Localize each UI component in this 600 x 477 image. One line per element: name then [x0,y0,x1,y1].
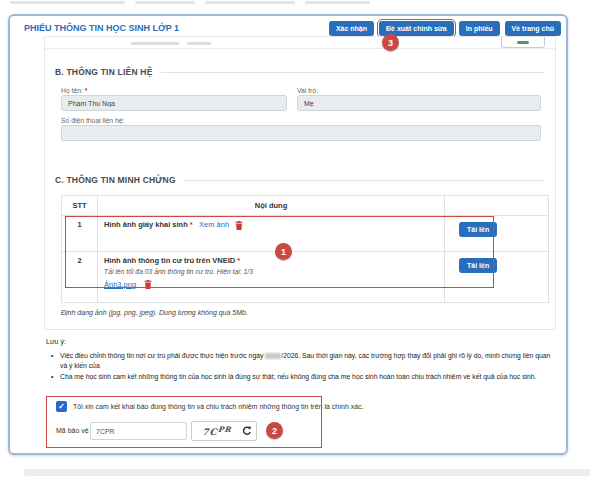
section-a-cutoff-row [45,37,555,49]
section-b-title: B. THÔNG TIN LIÊN HỆ [55,67,153,77]
row2-action-cell: Tải lên [445,252,548,302]
required-asterisk: * [237,256,240,265]
col-header-noidung: Nội dung [98,196,445,215]
cutoff-text [187,42,211,45]
row1-content: Hình ảnh giấy khai sinh * Xem ảnh [98,216,445,251]
phone-field[interactable] [61,125,541,141]
window-header: PHIẾU THÔNG TIN HỌC SINH LỚP 1 Xác nhận … [10,16,566,38]
commitment-label: Tôi xin cam kết khai báo đúng thông tin … [73,403,373,410]
role-field[interactable] [297,95,541,111]
required-asterisk: * [190,220,193,229]
row1-title: Hình ảnh giấy khai sinh [104,220,188,229]
check-icon: ✓ [58,403,65,411]
annotation-step-3: 3 [382,34,399,51]
section-c-title: C. THÔNG TIN MINH CHỨNG [55,175,176,185]
confirm-button[interactable]: Xác nhận [329,21,374,36]
captcha-label: Mã bảo vệ * [56,427,93,434]
screenshot-root: { "page": { "title": "PHIẾU THÔNG TIN HỌ… [0,0,600,477]
fullname-label: Họ tên: * [61,87,87,94]
bottom-cutoff-element [24,469,590,476]
form-window: PHIẾU THÔNG TIN HỌC SINH LỚP 1 Xác nhận … [8,14,568,455]
partial-upload-button[interactable] [501,37,545,48]
delete-image-icon[interactable] [235,221,243,230]
redacted-date [265,353,281,359]
upload-button[interactable]: Tải lên [459,222,497,237]
top-cutoff-text [10,1,125,4]
image-placeholder-icon [517,41,529,44]
row2-upload-note: Tải lên tối đa 03 ảnh thông tin cư trú. … [104,268,438,275]
top-cutoff-text [305,1,370,4]
captcha-input[interactable] [90,422,187,440]
col-header-action [445,196,548,215]
role-label: Vai trò: [297,87,318,94]
note-item: Việc điều chỉnh thông tin nơi cư trú phả… [60,351,554,370]
row1-action-cell: Tải lên [445,216,548,251]
home-button[interactable]: Về trang chủ [505,21,561,36]
annotation-step-1: 1 [275,243,292,260]
page-title: PHIẾU THÔNG TIN HỌC SINH LỚP 1 [24,23,329,33]
uploaded-file-link[interactable]: Ảnh3.png [104,280,136,289]
section-b-header: B. THÔNG TIN LIÊN HỆ [55,67,545,77]
evidence-table: STT Nội dung 1 Hình ảnh giấy khai sinh *… [61,195,549,303]
top-cutoff-text [205,1,295,4]
row2-stt: 2 [62,252,98,302]
captcha-image: 7CPR [195,425,238,437]
table-row: 2 Hình ảnh thông tin cư trú trên VNEID *… [62,252,548,302]
annotation-step-2: 2 [266,422,283,439]
image-format-note: Định dạng ảnh (jpg, png, jpeg). Dung lượ… [61,309,248,316]
upload-button[interactable]: Tải lên [459,258,497,273]
notes-section: Lưu ý: Việc điều chỉnh thông tin nơi cư … [46,338,554,384]
commitment-checkbox[interactable]: ✓ [56,401,67,412]
phone-label: Số điện thoại liên hệ: [61,117,125,124]
refresh-captcha-icon[interactable] [242,426,252,436]
row2-content: Hình ảnh thông tin cư trú trên VNEID * T… [98,252,445,302]
table-row: 1 Hình ảnh giấy khai sinh * Xem ảnh Tải … [62,216,548,252]
table-header-row: STT Nội dung [62,196,548,216]
section-c-header: C. THÔNG TIN MINH CHỨNG [55,175,545,185]
top-cutoff-text [135,1,195,4]
print-form-button[interactable]: In phiếu [459,21,500,36]
col-header-stt: STT [62,196,98,215]
view-image-link[interactable]: Xem ảnh [199,220,229,229]
required-asterisk: * [85,87,88,94]
divider [184,180,545,181]
fullname-field[interactable] [61,95,287,111]
notes-title: Lưu ý: [46,338,554,345]
notes-list: Việc điều chỉnh thông tin nơi cư trú phả… [46,351,554,382]
note-item: Cha mẹ học sinh cam kết những thông tin … [60,372,554,382]
cutoff-text [131,42,179,45]
row1-stt: 1 [62,216,98,251]
delete-file-icon[interactable] [144,280,152,289]
captcha-box: 7CPR [191,421,257,441]
header-actions: Xác nhận Đề xuất chỉnh sửa In phiếu Về t… [329,21,561,36]
row2-title: Hình ảnh thông tin cư trú trên VNEID [104,256,235,265]
form-card: B. THÔNG TIN LIÊN HỆ Họ tên: * Vai trò: … [44,36,556,330]
divider [161,72,546,73]
